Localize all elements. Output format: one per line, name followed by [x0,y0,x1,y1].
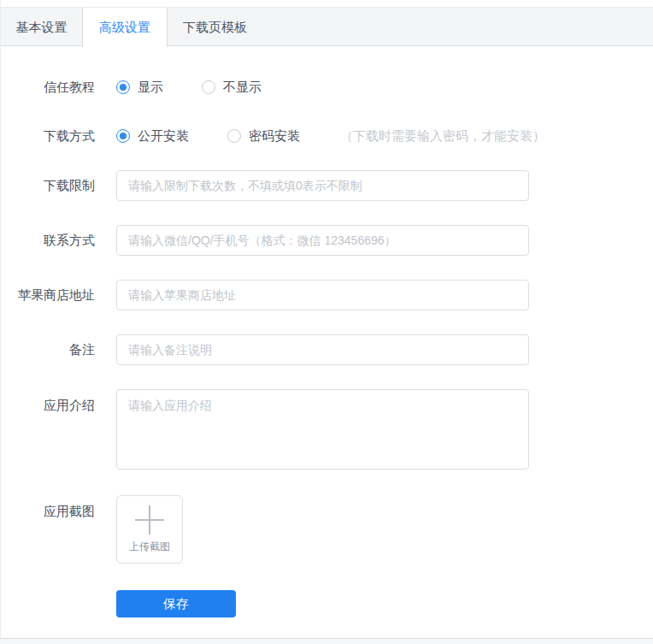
radio-show-label: 显示 [138,80,163,96]
download-method-label: 下载方式 [1,127,95,145]
download-method-row: 下载方式 公开安装 密码安装 （下载时需要输入密码，才能安装） [1,127,653,145]
save-button[interactable]: 保存 [116,590,236,617]
download-limit-input[interactable] [116,170,529,201]
tab-bar-filler [262,8,653,45]
contact-row: 联系方式 [1,225,653,256]
password-install-hint: （下载时需要输入密码，才能安装） [340,128,545,145]
settings-panel: 基本设置 高级设置 下载页模板 信任教程 显示 不显示 下载方式 [0,0,653,639]
download-method-options: 公开安装 密码安装 （下载时需要输入密码，才能安装） [116,128,545,145]
radio-hide-label: 不显示 [223,80,262,96]
download-limit-row: 下载限制 [1,170,653,201]
radio-unselected-icon [202,80,215,94]
radio-password-install-label: 密码安装 [249,128,300,145]
tab-basic-settings[interactable]: 基本设置 [1,8,82,46]
download-limit-label: 下载限制 [1,177,95,194]
app-screenshot-row: 应用截图 上传截图 [1,495,653,564]
radio-public-install-label: 公开安装 [138,128,189,145]
app-intro-row: 应用介绍 [1,389,653,470]
tab-advanced-settings[interactable]: 高级设置 [82,8,168,47]
remark-row: 备注 [1,334,653,365]
radio-show[interactable]: 显示 [116,80,163,96]
radio-selected-icon [116,129,130,143]
advanced-settings-form: 信任教程 显示 不显示 下载方式 公开安装 [1,46,653,617]
radio-hide[interactable]: 不显示 [202,80,262,96]
remark-label: 备注 [1,341,95,358]
trust-tutorial-options: 显示 不显示 [116,80,262,96]
contact-input[interactable] [116,225,529,256]
trust-tutorial-row: 信任教程 显示 不显示 [1,79,653,96]
remark-input[interactable] [116,334,529,365]
apple-store-label: 苹果商店地址 [1,287,95,304]
upload-screenshot-button[interactable]: 上传截图 [116,495,183,564]
upload-screenshot-text: 上传截图 [129,540,170,554]
radio-selected-icon [116,80,130,94]
app-intro-textarea[interactable] [116,389,529,470]
plus-icon [135,505,164,535]
trust-tutorial-label: 信任教程 [1,79,95,96]
radio-unselected-icon [227,129,241,143]
tab-bar: 基本设置 高级设置 下载页模板 [1,7,653,46]
app-screenshot-label: 应用截图 [1,495,95,520]
app-intro-label: 应用介绍 [1,389,95,414]
radio-password-install[interactable]: 密码安装 [227,128,300,145]
contact-label: 联系方式 [1,232,95,249]
tab-download-page-template[interactable]: 下载页模板 [168,8,262,46]
apple-store-input[interactable] [116,280,529,310]
radio-public-install[interactable]: 公开安装 [116,128,189,145]
apple-store-row: 苹果商店地址 [1,280,653,310]
